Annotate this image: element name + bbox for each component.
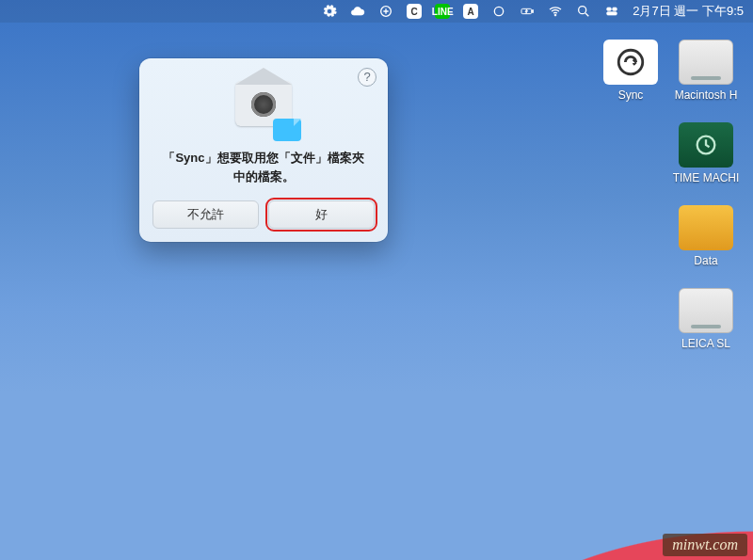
watermark: minwt.com: [663, 534, 747, 556]
settings-gear-icon[interactable]: [322, 4, 337, 19]
time-machine-drive-icon: [679, 122, 733, 168]
desktop: C LINE A 2月7日 週一 下午9:5 Sync Macintosh H …: [0, 0, 753, 560]
documents-folder-badge-icon: [273, 119, 301, 141]
wifi-icon[interactable]: [548, 4, 563, 19]
desktop-icon-label: Data: [694, 254, 717, 267]
hard-drive-icon: [679, 40, 733, 85]
spotlight-search-icon[interactable]: [576, 4, 591, 19]
desktop-icon-leica-sl[interactable]: LEICA SL: [668, 288, 744, 350]
dialog-app-icon: [232, 81, 296, 136]
desktop-icon-sync[interactable]: Sync: [593, 40, 668, 102]
dialog-button-row: 不允許 好: [152, 200, 375, 229]
svg-rect-3: [533, 10, 534, 13]
desktop-icon-label: Sync: [618, 88, 644, 102]
svg-rect-8: [607, 12, 617, 15]
permission-dialog: ? 「Sync」想要取用您「文件」檔案夾中的檔案。 不允許 好: [139, 58, 388, 242]
desktop-icon-label: LEICA SL: [681, 337, 730, 350]
external-drive-icon: [679, 205, 733, 250]
app-menu-icon-1[interactable]: [378, 4, 393, 19]
line-app-icon[interactable]: LINE: [435, 4, 450, 19]
desktop-icon-time-machine[interactable]: TIME MACHI: [668, 122, 744, 184]
app-menu-icon-2[interactable]: C: [407, 4, 422, 19]
desktop-icon-label: Macintosh H: [675, 88, 738, 102]
allow-button[interactable]: 好: [268, 200, 375, 229]
desktop-icon-label: TIME MACHI: [673, 171, 740, 184]
help-button[interactable]: ?: [358, 68, 376, 87]
cloud-icon[interactable]: [350, 4, 365, 19]
menubar-clock[interactable]: 2月7日 週一 下午9:5: [633, 3, 744, 20]
svg-point-9: [618, 50, 643, 74]
input-method-icon[interactable]: A: [463, 4, 478, 19]
sync-app-icon: [603, 40, 658, 85]
do-not-disturb-icon[interactable]: [491, 4, 506, 19]
svg-point-4: [554, 14, 556, 16]
dialog-message: 「Sync」想要取用您「文件」檔案夾中的檔案。: [152, 149, 375, 200]
desktop-icon-macintosh-hd[interactable]: Macintosh H: [668, 40, 744, 102]
desktop-icons-column: Sync Macintosh H TIME MACHI Data LEICA S…: [668, 40, 744, 350]
control-center-icon[interactable]: [604, 4, 619, 19]
deny-button[interactable]: 不允許: [152, 200, 259, 229]
battery-charging-icon[interactable]: [520, 4, 535, 19]
svg-point-1: [495, 7, 504, 15]
svg-rect-6: [607, 8, 612, 10]
svg-point-5: [579, 7, 586, 14]
external-drive-icon: [679, 288, 733, 333]
menubar: C LINE A 2月7日 週一 下午9:5: [0, 0, 753, 23]
desktop-icon-data[interactable]: Data: [668, 205, 744, 267]
svg-rect-7: [613, 8, 617, 10]
